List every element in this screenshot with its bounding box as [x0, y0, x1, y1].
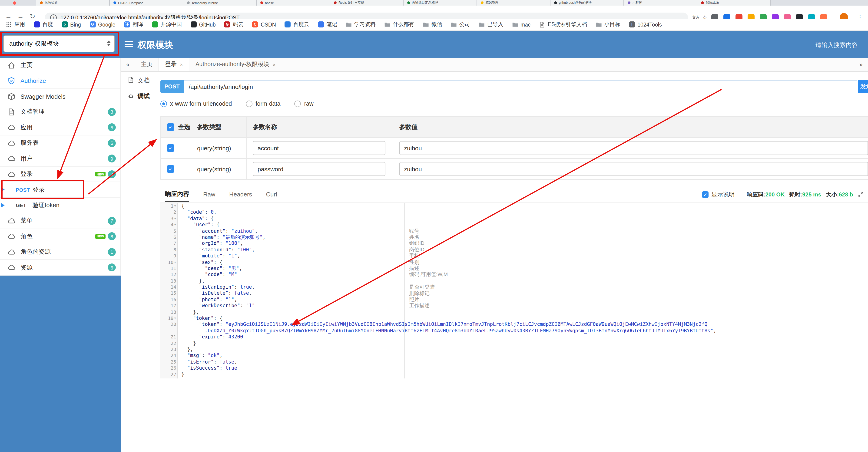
- hamburger-menu-icon[interactable]: [125, 41, 133, 47]
- bookmark-folder[interactable]: 微信: [423, 21, 442, 28]
- content-type-radio-form-data[interactable]: form-data: [246, 101, 280, 107]
- bookmark-site[interactable]: bBing: [61, 21, 81, 28]
- fullscreen-icon[interactable]: [858, 191, 864, 198]
- sidebar-item-Swagger Models[interactable]: Swagger Models: [0, 89, 120, 105]
- bookmark-apps[interactable]: 应用: [6, 21, 25, 28]
- cloud-icon: [7, 170, 16, 178]
- workspace-tab-Authorize-authority-权限模块[interactable]: Authorize-authority-权限模块×: [189, 58, 282, 71]
- line-number-text: 24: [170, 352, 176, 359]
- side-tab-调试[interactable]: 调试: [122, 88, 159, 104]
- sidebar-item-Authorize[interactable]: Authorize: [0, 73, 120, 89]
- select-all-checkbox[interactable]: ✓: [167, 123, 174, 131]
- sidebar-item-get-验证token[interactable]: GET验证token: [0, 198, 120, 214]
- bookmark-folder[interactable]: 已导入: [478, 21, 503, 28]
- param-value-input[interactable]: zuihou: [399, 141, 868, 155]
- browser-tab[interactable]: 小程序: [624, 0, 698, 6]
- send-button[interactable]: 发送: [858, 80, 868, 93]
- bookmark-label: ES搜索引擎文档: [548, 21, 587, 28]
- response-tab-响应内容[interactable]: 响应内容: [165, 187, 189, 202]
- bookmark-docbm[interactable]: ES搜索引擎文档: [539, 21, 587, 28]
- bookmark-site[interactable]: GitHub: [190, 21, 216, 28]
- bookmark-folder[interactable]: 什么都有: [384, 21, 414, 28]
- side-tab-文档[interactable]: 文档: [122, 73, 159, 88]
- api-url-field[interactable]: /api/authority/anno/login: [184, 80, 857, 93]
- bookmark-site[interactable]: T1024Tools: [628, 21, 662, 28]
- code-token: [181, 228, 199, 233]
- sidebar-item-主页[interactable]: 主页: [0, 58, 120, 73]
- close-tab-icon[interactable]: ×: [273, 62, 276, 67]
- bookmark-folder[interactable]: 学习资料: [345, 21, 376, 28]
- json-editor[interactable]: { "code": 0, "data": { "user": { "accoun…: [160, 203, 868, 378]
- fold-toggle-icon[interactable]: ▾: [174, 222, 176, 228]
- browser-tab[interactable]: Redis 设计与实现: [330, 0, 404, 6]
- sidebar-item-资源[interactable]: 资源6: [0, 260, 120, 276]
- fold-toggle-icon[interactable]: ▾: [174, 259, 176, 265]
- line-number-text: 3: [170, 216, 174, 222]
- sidebar-item-角色的资源[interactable]: 角色的资源1: [0, 245, 120, 260]
- window-close-button[interactable]: [13, 1, 16, 5]
- show-description-checkbox[interactable]: ✓: [702, 191, 709, 198]
- workspace-tab-主页[interactable]: 主页: [135, 58, 158, 71]
- sidebar-item-文档管理[interactable]: 文档管理3: [0, 105, 120, 120]
- workspace-tab-登录[interactable]: 登录×: [158, 58, 189, 71]
- fold-toggle-icon[interactable]: ▾: [174, 315, 176, 321]
- browser-tab[interactable]: 面试题目汇总梳理: [404, 0, 477, 6]
- bookmark-site[interactable]: 开源中国: [152, 21, 182, 28]
- show-description-toggle[interactable]: ✓显示说明: [702, 191, 735, 199]
- sidebar-item-用户[interactable]: 用户9: [0, 151, 120, 167]
- tabs-collapse-icon[interactable]: «: [121, 58, 135, 71]
- sidebar-item-服务表[interactable]: 服务表6: [0, 136, 120, 151]
- tabs-forward-icon[interactable]: »: [854, 58, 868, 71]
- bookmark-folder[interactable]: 小目标: [595, 21, 620, 28]
- response-tab-Raw[interactable]: Raw: [203, 187, 215, 202]
- param-name-input[interactable]: account: [253, 141, 385, 155]
- bookmark-site[interactable]: 笔记: [317, 21, 337, 28]
- row-checkbox[interactable]: ✓: [167, 165, 174, 173]
- browser-tab[interactable]: 笔记整理: [477, 0, 551, 6]
- param-name-input[interactable]: password: [253, 162, 385, 176]
- response-tab-Curl[interactable]: Curl: [266, 187, 277, 202]
- bookmark-site[interactable]: GGoogle: [89, 21, 115, 28]
- browser-tab[interactable]: LDAP - Compose: [110, 0, 183, 6]
- content-type-radio-raw[interactable]: raw: [294, 101, 313, 107]
- sidebar-item-菜单[interactable]: 菜单7: [0, 213, 120, 229]
- code-token: "code": [187, 209, 205, 215]
- sidebar-item-登录[interactable]: 登录NEW2: [0, 167, 120, 182]
- close-tab-icon[interactable]: ×: [180, 62, 183, 67]
- code-token: },: [181, 346, 193, 352]
- tab-title: 保险战场: [706, 0, 719, 5]
- sidebar-item-post-登录[interactable]: POST登录: [0, 182, 120, 198]
- bookmark-site[interactable]: CCSDN: [252, 21, 276, 28]
- module-select[interactable]: authority-权限模块: [3, 35, 115, 52]
- param-type: query(string): [197, 144, 231, 151]
- response-tab-Headers[interactable]: Headers: [229, 187, 252, 202]
- sidebar-item-应用[interactable]: 应用5: [0, 120, 120, 136]
- fold-toggle-icon[interactable]: ▾: [174, 203, 176, 209]
- browser-tab[interactable]: hbase: [257, 0, 330, 6]
- header-search-input[interactable]: 请输入搜索内容: [815, 41, 858, 49]
- sidebar-item-角色[interactable]: 角色NEW8: [0, 229, 120, 245]
- code-line: "photo": "1",: [160, 296, 868, 303]
- browser-tab[interactable]: 保险战场: [698, 0, 771, 6]
- bookmark-folder[interactable]: 公司: [451, 21, 470, 28]
- bookmark-site[interactable]: G码云: [224, 21, 244, 28]
- cloud-icon: [7, 217, 16, 225]
- tab-favicon: [701, 1, 704, 4]
- code-token: "desc": [205, 265, 222, 271]
- browser-tab[interactable]: 温故知新: [36, 0, 110, 6]
- bookmark-folder[interactable]: mac: [512, 21, 530, 28]
- browser-tab[interactable]: Temporary Interne: [183, 0, 257, 6]
- params-table: ✓全选参数类型参数名称参数值✓query(string)accountzuiho…: [160, 116, 868, 180]
- bookmark-site[interactable]: 百度云: [284, 21, 309, 28]
- code-token: "isCanLogin": [199, 284, 234, 289]
- radio-label: raw: [304, 101, 313, 107]
- param-value-input[interactable]: zuihou: [399, 162, 868, 176]
- browser-tab[interactable]: github push失败的解决: [551, 0, 624, 6]
- bookmark-site[interactable]: 百度: [33, 21, 53, 28]
- content-type-radio-x-www-form-urlencoded[interactable]: x-www-form-urlencoded: [160, 101, 232, 107]
- row-checkbox[interactable]: ✓: [167, 144, 174, 152]
- bookmark-site[interactable]: 译翻译: [124, 21, 143, 28]
- site-favicon: 译: [124, 21, 130, 27]
- code-token: false: [219, 359, 234, 365]
- fold-toggle-icon[interactable]: ▾: [174, 216, 176, 222]
